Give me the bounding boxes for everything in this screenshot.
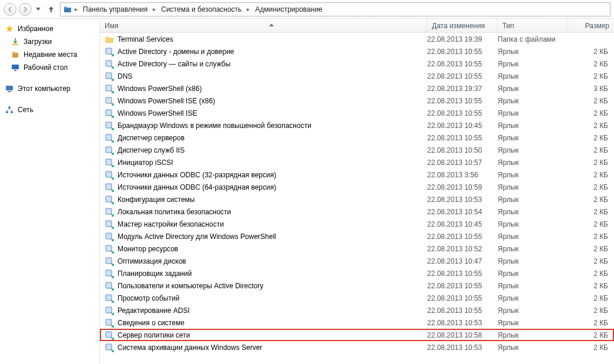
file-size-cell: 2 КБ [568, 196, 614, 204]
file-row[interactable]: Локальная политика безопасности22.08.201… [100, 205, 614, 218]
file-row[interactable]: DNS22.08.2013 10:55Ярлык2 КБ [100, 70, 614, 82]
favorites-header[interactable]: Избранное [0, 22, 99, 35]
svg-rect-28 [106, 221, 112, 227]
file-type-cell: Папка с файлами [498, 35, 568, 43]
file-row[interactable]: Редактирование ADSI22.08.2013 10:55Ярлык… [100, 304, 614, 316]
shortcut-icon [105, 109, 114, 118]
file-row[interactable]: Конфигурация системы22.08.2013 10:53Ярлы… [100, 193, 614, 205]
svg-rect-20 [106, 122, 112, 128]
folder-icon [105, 35, 114, 44]
svg-rect-37 [106, 332, 112, 338]
column-header-size[interactable]: Размер [568, 19, 614, 32]
file-name-label: Пользователи и компьютеры Active Directo… [118, 282, 263, 290]
file-row[interactable]: Terminal Services22.08.2013 19:39Папка с… [100, 33, 614, 45]
file-size-cell: 2 КБ [568, 306, 614, 315]
file-row[interactable]: Источники данных ODBC (64-разрядная верс… [100, 181, 614, 193]
forward-button[interactable] [19, 3, 32, 16]
file-row[interactable]: Брандмауэр Windows в режиме повышенной б… [100, 119, 614, 132]
file-row[interactable]: Пользователи и компьютеры Active Directo… [100, 279, 614, 292]
file-name-label: Диспетчер служб IIS [118, 146, 184, 154]
svg-rect-29 [106, 233, 112, 239]
file-name-label: Диспетчер серверов [118, 134, 184, 142]
column-header-type[interactable]: Тип [498, 19, 568, 32]
svg-rect-4 [12, 52, 15, 53]
svg-rect-5 [12, 65, 19, 69]
file-date-cell: 22.08.2013 10:55 [427, 294, 498, 302]
svg-rect-25 [106, 184, 112, 190]
file-row[interactable]: Windows PowerShell ISE (x86)22.08.2013 1… [100, 95, 614, 107]
file-row[interactable]: Мастер настройки безопасности22.08.2013 … [100, 218, 614, 230]
file-name-cell: Планировщик заданий [105, 269, 427, 278]
file-date-cell: 22.08.2013 10:55 [427, 282, 498, 290]
file-row[interactable]: Сервер политики сети22.08.2013 10:58Ярлы… [100, 329, 614, 341]
file-type-cell: Ярлык [498, 282, 568, 290]
file-row[interactable]: Система архивации данных Windows Server2… [100, 341, 614, 353]
file-size-cell: 2 КБ [568, 109, 614, 117]
sidebar-item-label: Недавние места [24, 50, 77, 59]
file-row[interactable]: Диспетчер серверов22.08.2013 10:55Ярлык2… [100, 132, 614, 144]
file-name-cell: Источники данных ODBC (32-разрядная верс… [105, 170, 427, 180]
svg-rect-30 [106, 245, 112, 251]
shortcut-icon [105, 257, 114, 266]
sidebar-item-downloads[interactable]: Загрузки [0, 35, 99, 48]
breadcrumb-item[interactable]: Панель управления [80, 4, 150, 15]
shortcut-icon [105, 318, 114, 328]
file-row[interactable]: Windows PowerShell (x86)22.08.2013 19:37… [100, 82, 614, 95]
file-name-label: Windows PowerShell ISE (x86) [118, 97, 215, 105]
file-name-cell: Источники данных ODBC (64-разрядная верс… [105, 183, 427, 192]
file-row[interactable]: Источники данных ODBC (32-разрядная верс… [100, 168, 614, 181]
file-row[interactable]: Монитор ресурсов22.08.2013 10:52Ярлык2 К… [100, 242, 614, 255]
up-button[interactable] [45, 3, 58, 16]
file-type-cell: Ярлык [498, 159, 568, 167]
file-row[interactable]: Оптимизация дисков22.08.2013 10:47Ярлык2… [100, 255, 614, 267]
shortcut-icon [105, 331, 114, 340]
file-type-cell: Ярлык [498, 146, 568, 154]
sidebar-item-network[interactable]: Сеть [0, 103, 99, 116]
history-dropdown[interactable] [34, 3, 42, 16]
file-size-cell: 2 КБ [568, 294, 614, 302]
file-row[interactable]: Инициатор iSCSI22.08.2013 10:57Ярлык2 КБ [100, 156, 614, 168]
sidebar-item-computer[interactable]: Этот компьютер [0, 82, 99, 95]
shortcut-icon [105, 72, 114, 81]
file-name-label: Локальная политика безопасности [118, 208, 231, 216]
column-label: Имя [105, 22, 118, 30]
file-type-cell: Ярлык [498, 331, 568, 339]
file-name-cell: Просмотр событий [105, 294, 427, 303]
file-row[interactable]: Сведения о системе22.08.2013 10:53Ярлык2… [100, 316, 614, 329]
file-date-cell: 22.08.2013 10:45 [427, 122, 498, 130]
file-type-cell: Ярлык [498, 72, 568, 80]
file-name-label: Источники данных ODBC (64-разрядная верс… [118, 183, 276, 191]
back-button[interactable] [4, 3, 16, 16]
file-size-cell: 2 КБ [568, 183, 614, 191]
file-row[interactable]: Диспетчер служб IIS22.08.2013 10:50Ярлык… [100, 144, 614, 156]
file-row[interactable]: Active Directory - домены и доверие22.08… [100, 45, 614, 58]
file-date-cell: 22.08.2013 10:54 [427, 208, 498, 216]
column-header-name[interactable]: Имя [100, 19, 427, 32]
shortcut-icon [105, 343, 114, 352]
file-name-label: Редактирование ADSI [118, 306, 190, 315]
file-row[interactable]: Active Directory — сайты и службы22.08.2… [100, 58, 614, 70]
file-row[interactable]: Модуль Active Directory для Windows Powe… [100, 230, 614, 242]
breadcrumb-item[interactable]: Система и безопасность [158, 4, 244, 15]
recent-icon [11, 50, 20, 59]
file-name-label: Мастер настройки безопасности [118, 220, 224, 228]
file-name-cell: Active Directory - домены и доверие [105, 47, 427, 56]
sidebar-item-recent[interactable]: Недавние места [0, 48, 99, 61]
file-row[interactable]: Планировщик заданий22.08.2013 10:55Ярлык… [100, 267, 614, 279]
sidebar-item-desktop[interactable]: Рабочий стол [0, 61, 99, 74]
file-date-cell: 22.08.2013 10:52 [427, 245, 498, 253]
file-size-cell: 2 КБ [568, 319, 614, 327]
file-type-cell: Ярлык [498, 60, 568, 68]
breadcrumb-item[interactable]: Администрирование [252, 4, 325, 15]
file-name-label: Active Directory — сайты и службы [118, 60, 230, 68]
address-bar[interactable]: ▸ Панель управления ▸ Система и безопасн… [60, 2, 610, 16]
file-row[interactable]: Просмотр событий22.08.2013 10:55Ярлык2 К… [100, 292, 614, 304]
file-size-cell: 2 КБ [568, 48, 614, 56]
file-date-cell: 22.08.2013 10:55 [427, 97, 498, 105]
file-row[interactable]: Windows PowerShell ISE22.08.2013 10:55Яр… [100, 107, 614, 119]
file-name-cell: Брандмауэр Windows в режиме повышенной б… [105, 121, 427, 130]
svg-rect-18 [106, 97, 112, 103]
file-name-cell: Редактирование ADSI [105, 306, 427, 315]
file-type-cell: Ярлык [498, 343, 568, 352]
column-header-date[interactable]: Дата изменения [427, 19, 498, 32]
